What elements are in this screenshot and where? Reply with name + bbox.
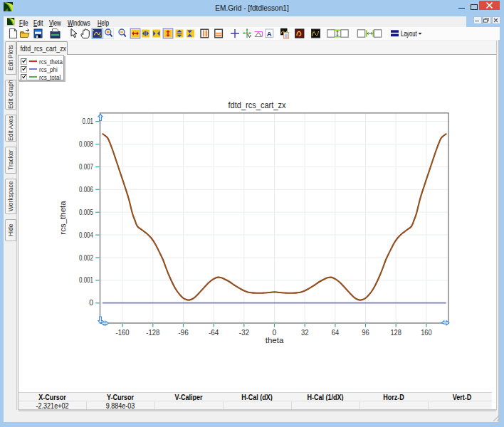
svg-text:64: 64 [332,328,340,337]
svg-text:0.004: 0.004 [79,231,93,239]
svg-text:0: 0 [89,298,93,307]
svg-text:32: 32 [301,328,309,337]
svg-text:theta: theta [266,336,284,344]
svg-text:0.001: 0.001 [79,275,93,284]
svg-text:-96: -96 [178,328,189,337]
svg-text:A: A [267,30,272,38]
svg-text:-32: -32 [239,328,250,337]
svg-text:160: 160 [421,328,432,337]
svg-text:0.006: 0.006 [79,185,93,194]
svg-text:0.002: 0.002 [79,253,93,262]
svg-text:-128: -128 [146,328,159,337]
svg-text:128: 128 [390,328,401,337]
svg-text:0.005: 0.005 [79,208,93,216]
svg-text:0.01: 0.01 [83,117,94,125]
svg-text:0.008: 0.008 [79,139,93,148]
svg-text:fdtd_rcs_cart_zx: fdtd_rcs_cart_zx [229,100,286,110]
svg-text:0.007: 0.007 [79,162,93,171]
svg-text:rcs_theta: rcs_theta [58,201,67,235]
svg-text:-64: -64 [209,328,219,337]
svg-text:-160: -160 [116,328,130,337]
svg-text:96: 96 [362,328,369,337]
svg-text:Layout: Layout [401,29,417,38]
